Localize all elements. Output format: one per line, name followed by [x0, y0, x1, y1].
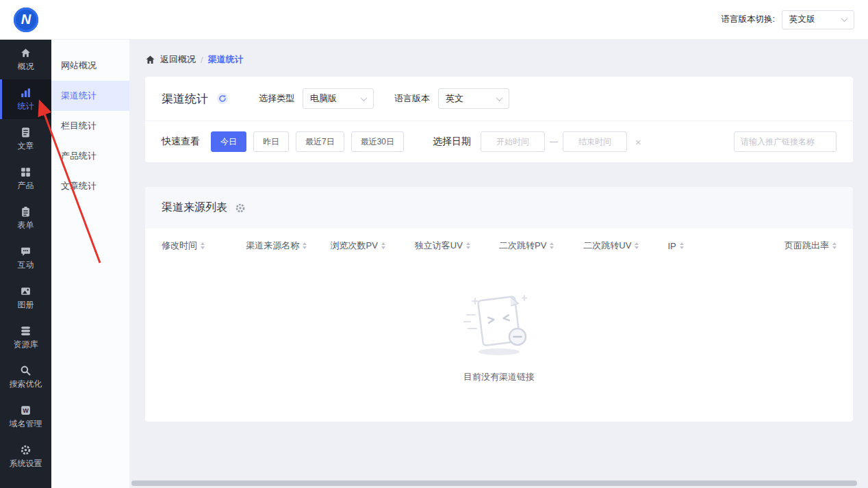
domain-icon: W: [20, 404, 31, 416]
list-settings-gear-icon[interactable]: [235, 203, 246, 214]
sidebar-item-products[interactable]: 产品: [0, 159, 51, 198]
sidebar-item-seo[interactable]: 搜索优化: [0, 357, 51, 397]
column-label: 页面跳出率: [784, 240, 829, 252]
breadcrumb-current: 渠道统计: [208, 53, 244, 66]
sidebar-item-resources[interactable]: 资源库: [0, 318, 51, 357]
empty-illustration: [448, 281, 550, 357]
quick-range-today-button[interactable]: 今日: [211, 131, 246, 152]
main-sidebar: 概况 统计 文章 产品 表单: [0, 40, 51, 488]
sort-icons: [466, 242, 470, 249]
column-header-uv[interactable]: 独立访客UV: [415, 240, 499, 252]
sidebar-item-label: 域名管理: [8, 420, 44, 428]
sidebar-item-label: 图册: [16, 300, 36, 309]
device-type-value: 电脑版: [310, 92, 337, 105]
sidebar-item-overview[interactable]: 概况: [0, 40, 51, 79]
submenu-item-article-stats[interactable]: 文章统计: [51, 171, 129, 201]
column-label: 修改时间: [162, 240, 197, 252]
column-label: 浏览次数PV: [331, 240, 378, 252]
sort-icons: [635, 242, 639, 249]
sidebar-item-label: 系统设置: [8, 459, 44, 468]
empty-state: 目前没有渠道链接: [145, 263, 853, 422]
column-label: 渠道来源名称: [246, 240, 299, 252]
language-version-select[interactable]: 英文版: [782, 10, 854, 29]
submenu-item-category-stats[interactable]: 栏目统计: [51, 111, 129, 141]
column-header-second-uv[interactable]: 二次跳转UV: [583, 240, 667, 252]
sidebar-item-articles[interactable]: 文章: [0, 119, 51, 159]
column-header-bounce-rate[interactable]: 页面跳出率: [752, 240, 837, 252]
refresh-icon[interactable]: [216, 92, 229, 105]
channel-source-list-panel: 渠道来源列表 修改时间 渠道来源名称 浏览次数PV: [145, 187, 853, 422]
breadcrumb: 返回概况 / 渠道统计: [145, 48, 853, 71]
home-icon[interactable]: [145, 55, 155, 65]
column-label: 二次跳转PV: [499, 240, 546, 252]
chart-icon: [20, 87, 31, 99]
quick-range-group: 今日 昨日 最近7日 最近30日: [211, 131, 411, 152]
table-header-row: 修改时间 渠道来源名称 浏览次数PV 独立访客UV 二次跳转PV: [145, 229, 853, 263]
clear-date-icon[interactable]: ×: [635, 137, 641, 147]
language-version-label: 语言版本: [394, 92, 430, 105]
home-icon: [20, 47, 31, 59]
chevron-down-icon: [361, 94, 368, 101]
svg-text:W: W: [23, 407, 29, 414]
stats-submenu: 网站概况 渠道统计 栏目统计 产品统计 文章统计: [51, 40, 130, 488]
column-header-source-name[interactable]: 渠道来源名称: [246, 240, 330, 252]
language-switch-label: 语言版本切换:: [722, 14, 775, 25]
sort-icons: [680, 242, 684, 249]
quick-view-label: 快速查看: [162, 136, 200, 148]
end-date-input[interactable]: [563, 131, 627, 152]
sidebar-item-albums[interactable]: 图册: [0, 278, 51, 318]
column-label: 二次跳转UV: [583, 240, 631, 252]
sidebar-item-domains[interactable]: W 域名管理: [0, 397, 51, 437]
seo-icon: [20, 365, 31, 376]
device-type-select[interactable]: 电脑版: [303, 88, 374, 109]
sidebar-item-settings[interactable]: 系统设置: [0, 437, 51, 476]
breadcrumb-back-link[interactable]: 返回概况: [160, 53, 196, 66]
article-icon: [20, 127, 31, 138]
column-header-modified-time[interactable]: 修改时间: [162, 240, 246, 252]
quick-range-30days-button[interactable]: 最近30日: [351, 131, 404, 152]
column-header-pv[interactable]: 浏览次数PV: [331, 240, 415, 252]
column-label: IP: [668, 241, 676, 251]
list-title: 渠道来源列表: [162, 201, 227, 215]
content-language-select[interactable]: 英文: [438, 88, 509, 109]
chevron-down-icon: [496, 94, 503, 101]
horizontal-scrollbar[interactable]: [131, 480, 857, 486]
sidebar-item-label: 概况: [16, 62, 36, 71]
submenu-item-site-overview[interactable]: 网站概况: [51, 51, 129, 81]
column-label: 独立访客UV: [415, 240, 463, 252]
chat-icon: [20, 246, 31, 257]
sidebar-item-stats[interactable]: 统计: [0, 79, 51, 119]
start-date-input[interactable]: [481, 131, 545, 152]
sidebar-item-label: 文章: [16, 142, 36, 151]
sort-icons: [303, 242, 307, 249]
date-range-separator: —: [550, 137, 558, 146]
type-label: 选择类型: [259, 92, 294, 105]
product-icon: [20, 166, 31, 178]
column-header-ip[interactable]: IP: [668, 241, 752, 251]
settings-gear-icon: [20, 444, 31, 456]
quick-range-yesterday-button[interactable]: 昨日: [253, 131, 289, 152]
sort-icons: [832, 242, 837, 249]
sidebar-item-label: 统计: [16, 102, 36, 111]
sort-icons: [201, 242, 205, 249]
sidebar-item-label: 资源库: [12, 340, 40, 349]
date-range-label: 选择日期: [433, 136, 471, 148]
promo-link-search-input[interactable]: [734, 131, 837, 152]
gallery-icon: [20, 285, 31, 297]
sidebar-item-label: 互动: [16, 261, 36, 270]
submenu-item-product-stats[interactable]: 产品统计: [51, 141, 129, 171]
page-title: 渠道统计: [162, 91, 208, 107]
chevron-down-icon: [841, 15, 848, 22]
sidebar-item-interaction[interactable]: 互动: [0, 238, 51, 278]
submenu-item-channel-stats[interactable]: 渠道统计: [51, 81, 129, 111]
quick-range-7days-button[interactable]: 最近7日: [296, 131, 344, 152]
app-logo[interactable]: N: [14, 8, 38, 32]
sort-icons: [550, 242, 554, 249]
breadcrumb-separator: /: [201, 55, 203, 65]
sidebar-item-forms[interactable]: 表单: [0, 198, 51, 238]
channel-stats-panel: 渠道统计 选择类型 电脑版 语言版本 英文 快速查看 今日: [145, 77, 853, 162]
column-header-second-pv[interactable]: 二次跳转PV: [499, 240, 583, 252]
sidebar-item-label: 表单: [16, 221, 36, 230]
sort-icons: [381, 242, 385, 249]
empty-state-text: 目前没有渠道链接: [463, 371, 535, 383]
